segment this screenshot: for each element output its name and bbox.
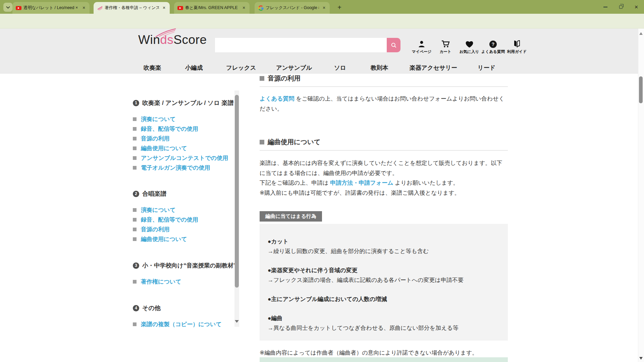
sidebar-link[interactable]: 音源の利用 <box>133 134 233 143</box>
nav-accessory[interactable]: 楽器アクセサリー <box>410 64 457 72</box>
number-circle-icon: 4 <box>133 305 139 311</box>
sidebar-section-title: その他 <box>142 304 161 312</box>
restore-button[interactable] <box>613 0 629 14</box>
paragraph-text: 楽譜は、基本的には内容を変えずに演奏していただくことを想定して販売しております。… <box>260 158 508 178</box>
tab-close-icon[interactable]: × <box>321 5 327 11</box>
sidebar-link[interactable]: アンサンブルコンテストでの使用 <box>133 153 233 163</box>
sidebar-section-3: 3 小・中学校向け“音楽授業の副教材” 著作権について <box>133 261 233 287</box>
tab-strip: 透明なパレット / Leo/need × 鏡 × 著作権・各種申請 – ウィンズ… <box>0 0 644 14</box>
ongen-paragraph: よくある質問 をご確認の上、当てはまらない場合はお問い合わせフォームよりお問い合… <box>260 94 508 114</box>
section-heading-text: 編曲使用について <box>268 137 321 146</box>
paragraph-text: ※購入前にも申請は可能ですが、許諾書の発行は、楽譜ご購入後となります。 <box>260 188 508 198</box>
sidebar-link[interactable]: 編曲使用について <box>133 234 233 244</box>
quick-link-label: お気に入り <box>460 49 479 54</box>
square-bullet-icon <box>133 146 137 150</box>
page-scroll-down-icon[interactable] <box>639 357 643 360</box>
faq-link[interactable]: ? よくある質問 <box>482 39 504 54</box>
nav-suisogaku[interactable]: 吹奏楽 <box>144 64 161 72</box>
cart-link[interactable]: カート <box>434 39 457 54</box>
square-bullet-icon <box>133 117 137 121</box>
nav-shohensei[interactable]: 小編成 <box>185 64 203 72</box>
sidebar-link[interactable]: 著作権について <box>133 277 233 287</box>
tab-youtube-1[interactable]: 透明なパレット / Leo/need × 鏡 × <box>12 2 90 14</box>
box-item: ●主にアンサンブル編成においての人数の増減 <box>268 294 498 304</box>
tab-close-icon[interactable]: × <box>81 5 87 11</box>
sidebar-link[interactable]: 録音、配信等での使用 <box>133 215 233 225</box>
sidebar-section-1: 1 吹奏楽 / アンサンブル / ソロ 楽譜 演奏について 録音、配信等での使用… <box>133 99 233 173</box>
favorites-link[interactable]: お気に入り <box>458 39 480 54</box>
tab-windsscore-active[interactable]: 著作権・各種申請 – ウィンズスコア × <box>94 2 170 14</box>
sidebar-link[interactable]: 録音、配信等での使用 <box>133 124 233 134</box>
box-item-title: ●編曲 <box>268 313 498 323</box>
sidebar-section-2: 2 合唱楽譜 演奏について 録音、配信等での使用 音源の利用 編曲使用について <box>133 190 233 244</box>
sidebar-link[interactable]: 楽譜の複製（コピー）について <box>133 319 233 329</box>
number-circle-icon: 3 <box>133 262 139 269</box>
nav-solo[interactable]: ソロ <box>334 64 346 72</box>
paragraph-text: よりお願いいたします。 <box>393 180 459 186</box>
square-bullet-icon <box>133 208 137 212</box>
sidebar-section-title: 合唱楽譜 <box>142 190 166 198</box>
sidebar-link[interactable]: 音源の利用 <box>133 225 233 234</box>
square-bullet-icon <box>133 322 137 326</box>
window-controls: × <box>598 0 644 14</box>
square-bullet-icon <box>133 228 137 231</box>
faq-text-link[interactable]: よくある質問 <box>260 96 294 102</box>
quick-link-label: よくある質問 <box>481 49 505 54</box>
windsscore-favicon <box>97 5 103 11</box>
paragraph-line: 下記をご確認の上、申請は 申請方法・申請フォーム よりお願いいたします。 <box>260 178 508 188</box>
square-bullet-icon <box>133 166 137 170</box>
mypage-link[interactable]: マイページ <box>411 39 433 54</box>
sidebar-section-title: 小・中学校向け“音楽授業の副教材” <box>142 261 236 269</box>
tab-youtube-2[interactable]: 春と夏/Mrs. GREEN APPLE【大阪 × <box>174 2 250 14</box>
close-button[interactable]: × <box>629 0 644 14</box>
minimize-button[interactable] <box>598 0 613 14</box>
square-bullet-icon <box>133 280 137 284</box>
sidebar-link[interactable]: 編曲使用について <box>133 143 233 153</box>
square-bullet-icon <box>133 237 137 241</box>
arrangement-box-label: 編曲に当てはまる行為 <box>260 211 322 222</box>
guide-link[interactable]: 利用ガイド <box>506 39 528 54</box>
nav-ensemble[interactable]: アンサンブル <box>276 64 312 72</box>
main-nav: 吹奏楽 小編成 フレックス アンサンブル ソロ 教則本 楽器アクセサリー リード <box>0 62 638 74</box>
page-scrollbar-thumb[interactable] <box>639 76 643 103</box>
new-tab-button[interactable]: + <box>335 3 344 12</box>
henkyoku-note: ※編曲内容によっては作曲者（編曲者）の意向により許諾できない場合があります。 <box>260 348 508 358</box>
sidebar-link[interactable]: 演奏について <box>133 114 233 124</box>
heading-square-icon <box>260 76 264 81</box>
cart-icon <box>441 39 450 48</box>
tab-close-icon[interactable]: × <box>241 5 247 11</box>
box-item: ●カット →繰り返し回数の変更、組曲を部分的に演奏すること等も含む <box>268 237 498 256</box>
arrangement-box: ●カット →繰り返し回数の変更、組曲を部分的に演奏すること等も含む ●楽器変更や… <box>260 224 508 341</box>
heading-square-icon <box>260 140 264 144</box>
square-bullet-icon <box>133 137 137 140</box>
search-icon <box>390 42 397 49</box>
box-item: ●楽器変更やそれに伴う音域の変更 →フレックス楽譜の場合、編成表に記載のある各パ… <box>268 265 498 285</box>
nav-flex[interactable]: フレックス <box>226 64 256 72</box>
square-bullet-icon <box>133 127 137 131</box>
sidebar-link[interactable]: 電子オルガン演奏での使用 <box>133 163 233 173</box>
youtube-favicon <box>177 5 183 11</box>
page-scroll-up-icon[interactable] <box>639 32 643 35</box>
nav-reed[interactable]: リード <box>478 64 495 72</box>
sidebar-scrollbar-thumb[interactable] <box>235 95 239 288</box>
sidebar-section-heading: 1 吹奏楽 / アンサンブル / ソロ 楽譜 <box>133 99 233 107</box>
search-button[interactable] <box>387 38 400 52</box>
browser-toolbar: ← → winds-score.com/pages/rights ☆ <box>0 14 644 28</box>
application-form-link[interactable]: 申請方法・申請フォーム <box>330 180 393 186</box>
sidebar-link[interactable]: 演奏について <box>133 205 233 215</box>
sidebar-section-title: 吹奏楽 / アンサンブル / ソロ 楽譜 <box>142 99 233 107</box>
tab-close-icon[interactable]: × <box>161 5 167 11</box>
nav-kyosokubon[interactable]: 教則本 <box>371 64 388 72</box>
sidebar-section-heading: 2 合唱楽譜 <box>133 190 233 198</box>
tab-google-search[interactable]: フレックスバンド - Google 検索 × <box>255 2 330 14</box>
tab-title: 透明なパレット / Leo/need × 鏡 <box>23 5 79 11</box>
search-input[interactable] <box>215 38 387 52</box>
tab-search-button[interactable] <box>3 3 12 12</box>
sidebar-scroll-down-icon[interactable] <box>235 320 239 323</box>
number-circle-icon: 1 <box>133 100 139 106</box>
close-icon: × <box>635 4 638 10</box>
number-circle-icon: 2 <box>133 191 139 197</box>
henkyoku-paragraph: 楽譜は、基本的には内容を変えずに演奏していただくことを想定して販売しております。… <box>260 158 508 198</box>
header-quick-links: マイページ カート お気に入り ? よくある質問 利用ガイド <box>411 39 528 54</box>
box-item-title: ●主にアンサンブル編成においての人数の増減 <box>268 294 498 304</box>
